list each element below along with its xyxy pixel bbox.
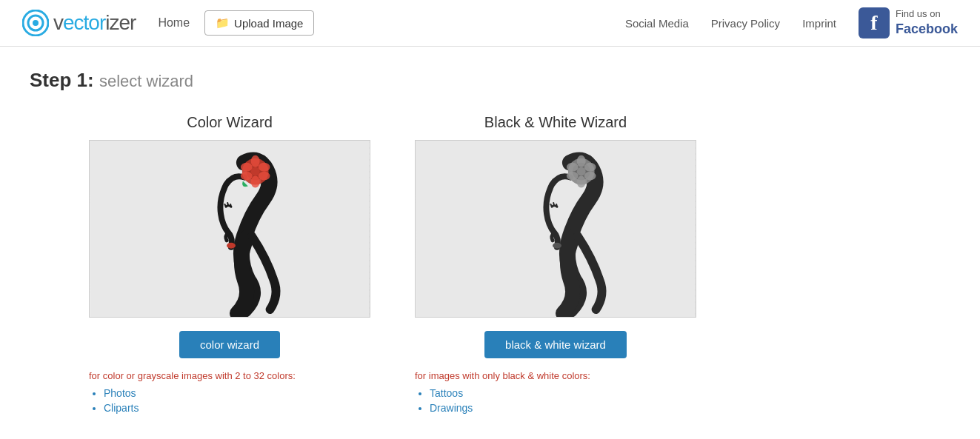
svg-point-14 xyxy=(241,163,253,172)
bw-wizard-card: Black & White Wizard xyxy=(415,114,696,417)
step-number: Step 1: xyxy=(30,69,94,91)
svg-point-12 xyxy=(251,176,260,188)
header: vectorizer Home 📁 Upload Image Social Me… xyxy=(0,0,980,47)
color-wizard-title: Color Wizard xyxy=(187,114,273,131)
svg-point-25 xyxy=(567,163,579,172)
main-content: Step 1: select wizard Color Wizard xyxy=(0,47,980,439)
social-media-link[interactable]: Social Media xyxy=(625,17,689,30)
svg-point-9 xyxy=(251,155,260,167)
logo-text: vectorizer xyxy=(53,11,136,35)
svg-point-5 xyxy=(227,243,236,249)
svg-point-2 xyxy=(33,20,39,26)
svg-point-16 xyxy=(553,243,561,249)
wizards-container: Color Wizard xyxy=(30,114,950,417)
home-nav-link[interactable]: Home xyxy=(158,16,190,30)
color-wizard-button[interactable]: color wizard xyxy=(179,331,280,358)
upload-image-button[interactable]: 📁 Upload Image xyxy=(204,10,314,36)
logo-link[interactable]: vectorizer xyxy=(22,10,136,36)
color-wizard-illustration xyxy=(90,141,370,317)
step-subtitle: select wizard xyxy=(99,72,193,90)
step-heading: Step 1: select wizard xyxy=(30,69,950,92)
svg-point-23 xyxy=(577,176,586,188)
svg-rect-3 xyxy=(90,141,370,317)
bw-wizard-title: Black & White Wizard xyxy=(484,114,627,131)
color-wizard-description: for color or grayscale images with 2 to … xyxy=(89,370,370,381)
bw-wizard-illustration xyxy=(416,141,696,317)
bw-wizard-image xyxy=(415,140,696,318)
upload-icon: 📁 xyxy=(216,16,230,30)
svg-point-19 xyxy=(577,167,586,176)
bw-wizard-list: Tattoos Drawings xyxy=(415,387,696,417)
bw-list-item: Tattoos xyxy=(430,387,696,399)
color-wizard-list: Photos Cliparts xyxy=(89,387,370,417)
facebook-link[interactable]: f Find us on Facebook xyxy=(859,7,958,38)
svg-point-21 xyxy=(584,163,596,172)
facebook-label: Facebook xyxy=(896,21,958,38)
color-wizard-image xyxy=(89,140,370,318)
imprint-link[interactable]: Imprint xyxy=(802,17,836,30)
svg-point-20 xyxy=(577,155,586,167)
svg-point-11 xyxy=(259,172,270,181)
color-wizard-card: Color Wizard xyxy=(89,114,370,417)
bw-wizard-button[interactable]: black & white wizard xyxy=(484,331,627,358)
svg-rect-15 xyxy=(416,141,696,317)
privacy-policy-link[interactable]: Privacy Policy xyxy=(711,17,780,30)
svg-point-24 xyxy=(567,172,579,181)
upload-button-label: Upload Image xyxy=(234,17,303,30)
svg-point-13 xyxy=(241,172,253,181)
find-us-label: Find us on xyxy=(896,8,958,21)
logo-icon xyxy=(22,10,49,36)
color-list-item: Photos xyxy=(104,387,370,399)
facebook-text: Find us on Facebook xyxy=(896,8,958,38)
svg-point-8 xyxy=(251,167,260,176)
bw-wizard-description: for images with only black & white color… xyxy=(415,370,696,381)
main-nav: Social Media Privacy Policy Imprint f Fi… xyxy=(625,7,958,38)
color-list-item: Cliparts xyxy=(104,402,370,414)
bw-list-item: Drawings xyxy=(430,402,696,414)
facebook-icon: f xyxy=(859,7,890,38)
svg-point-22 xyxy=(584,172,596,181)
svg-point-10 xyxy=(259,163,270,172)
